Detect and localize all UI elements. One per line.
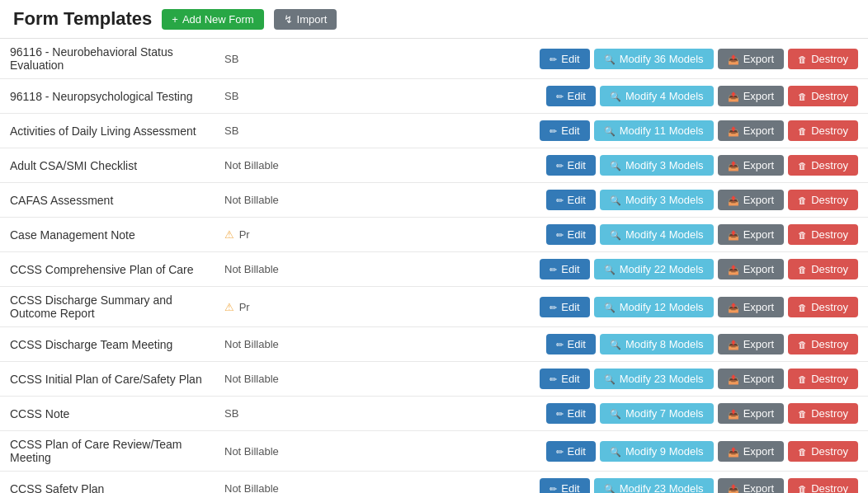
billing-type-cell: SB	[215, 79, 363, 114]
pencil-icon	[556, 159, 564, 171]
edit-button[interactable]: Edit	[540, 297, 589, 317]
pencil-icon	[550, 263, 557, 275]
export-icon	[728, 159, 739, 171]
edit-button[interactable]: Edit	[546, 224, 596, 245]
export-button[interactable]: Export	[718, 297, 785, 317]
table-row: Adult CSA/SMI ChecklistNot BillableEditM…	[0, 148, 868, 183]
export-button[interactable]: Export	[718, 190, 785, 210]
billing-type-cell: SB	[215, 114, 363, 148]
import-icon	[284, 13, 293, 26]
edit-button[interactable]: Edit	[546, 155, 596, 176]
destroy-button[interactable]: Destroy	[788, 369, 858, 389]
search-icon	[610, 445, 621, 458]
actions-cell: EditModify 36 ModelsExportDestroy	[363, 39, 868, 79]
export-button[interactable]: Export	[718, 120, 785, 141]
export-icon	[728, 90, 739, 102]
destroy-button[interactable]: Destroy	[788, 441, 858, 462]
pencil-icon	[556, 90, 564, 102]
trash-icon	[798, 90, 807, 102]
destroy-button[interactable]: Destroy	[788, 403, 858, 424]
form-name-cell: CCSS Plan of Care Review/Team Meeting	[0, 431, 215, 472]
search-icon	[610, 159, 621, 171]
table-row: Case Management Note⚠ PrEditModify 4 Mod…	[0, 218, 868, 252]
destroy-button[interactable]: Destroy	[788, 49, 858, 69]
modify-models-button[interactable]: Modify 36 Models	[594, 49, 714, 69]
trash-icon	[798, 263, 807, 275]
plus-icon	[172, 13, 178, 26]
import-button[interactable]: Import	[274, 9, 337, 30]
actions-cell: EditModify 7 ModelsExportDestroy	[363, 397, 868, 431]
destroy-button[interactable]: Destroy	[788, 297, 858, 317]
export-icon	[728, 194, 739, 206]
edit-button[interactable]: Edit	[540, 120, 589, 141]
destroy-button[interactable]: Destroy	[788, 224, 858, 245]
billing-type-cell: ⚠ Pr	[215, 287, 363, 327]
edit-button[interactable]: Edit	[546, 441, 596, 462]
table-row: CCSS Discharge Summary and Outcome Repor…	[0, 287, 868, 327]
export-button[interactable]: Export	[718, 369, 785, 389]
search-icon	[604, 373, 616, 385]
export-button[interactable]: Export	[718, 403, 785, 424]
pencil-icon	[556, 228, 564, 241]
search-icon	[604, 53, 616, 65]
billing-type-cell: ⚠ Pr	[215, 218, 363, 252]
modify-models-button[interactable]: Modify 7 Models	[600, 403, 714, 424]
modify-models-button[interactable]: Modify 4 Models	[600, 224, 714, 245]
modify-models-button[interactable]: Modify 12 Models	[594, 297, 714, 317]
edit-button[interactable]: Edit	[540, 259, 589, 279]
destroy-button[interactable]: Destroy	[788, 334, 858, 354]
search-icon	[604, 482, 616, 493]
search-icon	[604, 263, 616, 275]
edit-button[interactable]: Edit	[546, 334, 596, 354]
edit-button[interactable]: Edit	[540, 478, 589, 493]
trash-icon	[798, 124, 807, 137]
modify-models-button[interactable]: Modify 8 Models	[600, 334, 714, 354]
destroy-button[interactable]: Destroy	[788, 478, 858, 493]
trash-icon	[798, 159, 807, 171]
edit-button[interactable]: Edit	[540, 49, 589, 69]
export-button[interactable]: Export	[718, 441, 785, 462]
export-button[interactable]: Export	[718, 334, 785, 354]
form-name-cell: CCSS Safety Plan	[0, 472, 215, 494]
export-button[interactable]: Export	[718, 86, 785, 106]
edit-button[interactable]: Edit	[546, 190, 596, 210]
table-row: CCSS NoteSBEditModify 7 ModelsExportDest…	[0, 397, 868, 431]
destroy-button[interactable]: Destroy	[788, 120, 858, 141]
edit-button[interactable]: Edit	[546, 403, 596, 424]
page-header: Form Templates Add New Form Import	[0, 0, 868, 39]
export-button[interactable]: Export	[718, 155, 785, 176]
export-button[interactable]: Export	[718, 478, 785, 493]
export-button[interactable]: Export	[718, 224, 785, 245]
export-button[interactable]: Export	[718, 259, 785, 279]
destroy-button[interactable]: Destroy	[788, 155, 858, 176]
trash-icon	[798, 53, 807, 65]
destroy-button[interactable]: Destroy	[788, 259, 858, 279]
modify-models-button[interactable]: Modify 23 Models	[594, 369, 714, 389]
destroy-button[interactable]: Destroy	[788, 86, 858, 106]
pencil-icon	[550, 301, 557, 313]
export-icon	[728, 482, 739, 493]
form-name-cell: Activities of Daily Living Assessment	[0, 114, 215, 148]
edit-button[interactable]: Edit	[540, 369, 589, 389]
actions-cell: EditModify 9 ModelsExportDestroy	[363, 431, 868, 472]
pencil-icon	[550, 373, 557, 385]
modify-models-button[interactable]: Modify 4 Models	[600, 86, 714, 106]
modify-models-button[interactable]: Modify 9 Models	[600, 441, 714, 462]
edit-button[interactable]: Edit	[546, 86, 596, 106]
form-name-cell: CCSS Initial Plan of Care/Safety Plan	[0, 362, 215, 397]
form-name-cell: CCSS Comprehensive Plan of Care	[0, 252, 215, 287]
export-button[interactable]: Export	[718, 49, 785, 69]
actions-cell: EditModify 4 ModelsExportDestroy	[363, 79, 868, 114]
form-name-cell: 96118 - Neuropsychological Testing	[0, 79, 215, 114]
search-icon	[610, 90, 621, 102]
modify-models-button[interactable]: Modify 23 Models	[594, 478, 714, 493]
modify-models-button[interactable]: Modify 22 Models	[594, 259, 714, 279]
destroy-button[interactable]: Destroy	[788, 190, 858, 210]
modify-models-button[interactable]: Modify 3 Models	[600, 190, 714, 210]
modify-models-button[interactable]: Modify 11 Models	[594, 120, 714, 141]
modify-models-button[interactable]: Modify 3 Models	[600, 155, 714, 176]
add-new-form-button[interactable]: Add New Form	[162, 9, 263, 30]
search-icon	[604, 301, 616, 313]
billing-type-cell: Not Billable	[215, 148, 363, 183]
form-name-cell: Adult CSA/SMI Checklist	[0, 148, 215, 183]
